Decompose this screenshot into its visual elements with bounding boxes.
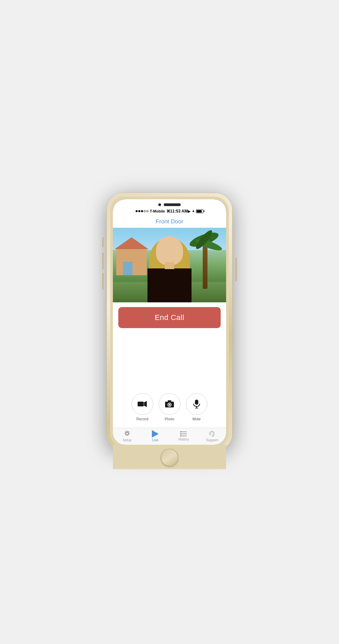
- mute-icon-circle: [186, 393, 207, 415]
- carrier-label: T-Mobile: [150, 209, 165, 213]
- home-button[interactable]: [161, 449, 178, 466]
- house-window: [123, 262, 133, 275]
- tab-history[interactable]: History: [174, 431, 194, 441]
- svg-point-14: [180, 433, 181, 435]
- signal-dot-4: [144, 210, 146, 212]
- power-button[interactable]: [235, 258, 237, 281]
- tab-bar: Setup Live: [113, 428, 226, 445]
- record-icon-circle: [132, 393, 153, 415]
- svg-point-15: [180, 435, 181, 437]
- bluetooth-icon: ✦: [192, 209, 195, 213]
- svg-rect-0: [138, 402, 144, 406]
- time-display: 11:53 AM: [170, 209, 188, 214]
- tab-history-label: History: [178, 438, 189, 441]
- person-neck: [165, 262, 174, 269]
- location-icon: ▶: [188, 209, 191, 213]
- controls-area: End Call Record: [113, 302, 226, 428]
- person-face: [156, 236, 183, 265]
- signal-dot-2: [138, 210, 140, 212]
- camera-icon: [165, 400, 174, 408]
- photo-label: Photo: [165, 417, 175, 421]
- volume-up-button[interactable]: [102, 253, 104, 269]
- signal-dot-1: [136, 210, 138, 212]
- battery-indicator: [196, 209, 203, 213]
- app-content: Front Door: [113, 215, 226, 445]
- tab-setup[interactable]: Setup: [117, 430, 137, 442]
- tab-setup-label: Setup: [123, 438, 132, 442]
- microphone-icon: [193, 400, 201, 408]
- action-buttons: Record Photo: [118, 390, 221, 424]
- home-button-area: [113, 445, 226, 469]
- svg-marker-1: [144, 401, 147, 407]
- tab-live[interactable]: Live: [145, 430, 165, 442]
- setup-gear-icon: [123, 430, 131, 438]
- phone-inner: T-Mobile ⌘ 11:53 AM ▶ ✦ Front D: [110, 197, 229, 447]
- status-left: T-Mobile ⌘: [136, 209, 170, 214]
- front-camera: [158, 203, 161, 206]
- camera-area: [158, 203, 181, 206]
- svg-rect-3: [168, 400, 171, 402]
- tab-support[interactable]: Support: [202, 430, 222, 442]
- history-list-icon: [180, 431, 187, 437]
- screen: T-Mobile ⌘ 11:53 AM ▶ ✦ Front D: [113, 199, 226, 445]
- photo-icon-circle: [159, 393, 180, 415]
- tab-live-label: Live: [152, 438, 158, 442]
- status-right: ▶ ✦: [188, 209, 203, 213]
- status-bar: T-Mobile ⌘ 11:53 AM ▶ ✦: [131, 207, 208, 215]
- photo-button[interactable]: Photo: [159, 393, 180, 421]
- svg-point-5: [169, 404, 171, 406]
- tab-support-label: Support: [206, 438, 218, 442]
- phone-device: T-Mobile ⌘ 11:53 AM ▶ ✦ Front D: [107, 193, 232, 451]
- signal-dot-3: [141, 210, 143, 212]
- mute-label: Mute: [193, 417, 201, 421]
- house-roof: [115, 237, 148, 249]
- support-headset-icon: [208, 430, 216, 438]
- end-call-button[interactable]: End Call: [118, 307, 221, 328]
- mute-button[interactable]: Mute: [186, 393, 207, 421]
- phone-top-bar: T-Mobile ⌘ 11:53 AM ▶ ✦: [113, 199, 226, 215]
- volume-down-button[interactable]: [102, 273, 104, 290]
- signal-dot-5: [146, 210, 148, 212]
- video-camera-icon: [138, 401, 147, 407]
- record-button[interactable]: Record: [132, 393, 153, 421]
- earpiece-speaker: [164, 203, 181, 206]
- signal-strength: [136, 210, 148, 212]
- svg-rect-6: [195, 400, 198, 405]
- wifi-icon: ⌘: [166, 209, 170, 214]
- doorbell-title: Front Door: [113, 215, 226, 228]
- palm-trunk: [203, 241, 207, 289]
- video-feed: [113, 228, 226, 302]
- svg-point-13: [180, 431, 181, 432]
- mute-switch[interactable]: [102, 237, 104, 247]
- record-label: Record: [136, 417, 148, 421]
- live-play-icon: [152, 430, 159, 438]
- person-body: [147, 268, 192, 302]
- battery-fill: [197, 210, 202, 213]
